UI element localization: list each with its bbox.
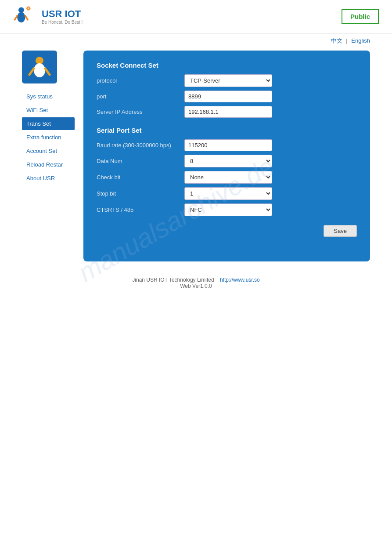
ctsrts-row: CTSRTS / 485 NFC CTS/RTS RS485 <box>97 203 357 216</box>
serial-form: Baud rate (300-3000000 bps) Data Num 5 6… <box>97 139 357 216</box>
server-ip-control <box>184 106 272 118</box>
sidebar-item-extra-function[interactable]: Extra function <box>22 131 75 144</box>
save-row: Save <box>97 225 357 237</box>
data-num-select[interactable]: 5 6 7 8 <box>184 155 272 167</box>
data-num-row: Data Num 5 6 7 8 <box>97 155 357 167</box>
sidebar-item-wifi-set[interactable]: WiFi Set <box>22 104 75 116</box>
sidebar-item-sys-status[interactable]: Sys status <box>22 90 75 103</box>
stop-bit-row: Stop bit 1 1.5 2 <box>97 187 357 200</box>
logo-area: R USR IOT Be Honest, Do Best ! <box>13 4 83 29</box>
stop-bit-label: Stop bit <box>97 190 184 197</box>
port-label: port <box>97 93 184 100</box>
protocol-label: protocol <box>97 77 184 84</box>
usr-logo-icon: R <box>13 4 37 29</box>
header: R USR IOT Be Honest, Do Best ! Public <box>0 0 392 33</box>
protocol-row: protocol TCP-Server TCP-Client UDP <box>97 74 357 87</box>
svg-line-5 <box>25 16 28 20</box>
sidebar-item-account-set[interactable]: Account Set <box>22 145 75 157</box>
port-row: port <box>97 91 357 102</box>
data-num-label: Data Num <box>97 158 184 164</box>
ctsrts-control: NFC CTS/RTS RS485 <box>184 203 272 216</box>
svg-text:R: R <box>28 7 30 10</box>
footer-version: Web Ver1.0.0 <box>7 283 385 289</box>
svg-point-2 <box>18 7 24 13</box>
language-bar: 中文 | English <box>0 33 392 48</box>
check-bit-row: Check bit None Odd Even <box>97 171 357 184</box>
stop-bit-select[interactable]: 1 1.5 2 <box>184 187 272 200</box>
svg-point-8 <box>34 63 45 77</box>
sidebar-logo <box>22 51 57 83</box>
footer-url[interactable]: http://www.usr.so <box>220 277 260 283</box>
check-bit-control: None Odd Even <box>184 171 272 184</box>
baud-rate-row: Baud rate (300-3000000 bps) <box>97 139 357 151</box>
save-button[interactable]: Save <box>324 225 357 237</box>
svg-point-3 <box>17 12 25 22</box>
baud-rate-input[interactable] <box>184 139 272 151</box>
data-num-control: 5 6 7 8 <box>184 155 272 167</box>
stop-bit-control: 1 1.5 2 <box>184 187 272 200</box>
serial-section-title: Serial Port Set <box>97 127 357 134</box>
check-bit-select[interactable]: None Odd Even <box>184 171 272 184</box>
logo-text-area: USR IOT Be Honest, Do Best ! <box>42 8 83 25</box>
protocol-select[interactable]: TCP-Server TCP-Client UDP <box>184 74 272 87</box>
brand-tagline: Be Honest, Do Best ! <box>42 20 83 25</box>
baud-rate-label: Baud rate (300-3000000 bps) <box>97 142 184 149</box>
ctsrts-label: CTSRTS / 485 <box>97 207 184 213</box>
lang-separator: | <box>346 37 347 44</box>
lang-chinese[interactable]: 中文 <box>331 37 342 44</box>
sidebar-nav: Sys status WiFi Set Trans Set Extra func… <box>22 90 75 185</box>
server-ip-input[interactable] <box>184 106 272 118</box>
port-control <box>184 91 272 102</box>
protocol-control: TCP-Server TCP-Client UDP <box>184 74 272 87</box>
check-bit-label: Check bit <box>97 174 184 181</box>
main-layout: Sys status WiFi Set Trans Set Extra func… <box>0 51 392 261</box>
brand-name: USR IOT <box>42 8 83 20</box>
server-ip-label: Server IP Address <box>97 109 184 115</box>
sidebar-item-about-usr[interactable]: About USR <box>22 172 75 185</box>
public-badge: Public <box>342 9 379 24</box>
sidebar-item-trans-set[interactable]: Trans Set <box>22 117 75 130</box>
footer-company: Jinan USR IOT Technology Limited <box>132 277 214 283</box>
socket-section-title: Socket Connect Set <box>97 62 357 69</box>
port-input[interactable] <box>184 91 272 102</box>
sidebar: Sys status WiFi Set Trans Set Extra func… <box>22 51 75 261</box>
content-panel: Socket Connect Set protocol TCP-Server T… <box>83 51 370 261</box>
server-ip-row: Server IP Address <box>97 106 357 118</box>
ctsrts-select[interactable]: NFC CTS/RTS RS485 <box>184 203 272 216</box>
baud-rate-control <box>184 139 272 151</box>
socket-form: protocol TCP-Server TCP-Client UDP port <box>97 74 357 118</box>
svg-line-4 <box>15 16 18 20</box>
footer: Jinan USR IOT Technology Limited http://… <box>0 270 392 296</box>
lang-english[interactable]: English <box>351 37 370 44</box>
sidebar-item-reload-restart[interactable]: Reload Restar <box>22 158 75 171</box>
